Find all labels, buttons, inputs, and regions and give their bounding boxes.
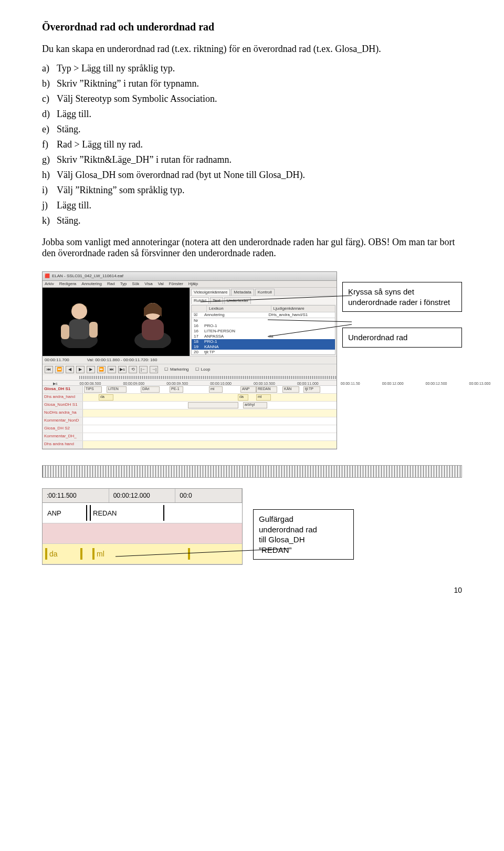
- menu-item[interactable]: Val: [158, 282, 164, 286]
- goto-start-icon[interactable]: |←: [139, 366, 148, 373]
- step-item: d)Lägg till.: [42, 107, 462, 122]
- page-title: Överordnad rad och underordnad rad: [42, 21, 462, 33]
- note-text: Jobba som vanligt med annoteringar (note…: [42, 237, 462, 259]
- track-row[interactable]: Kommentar_DH_: [43, 433, 337, 441]
- callout-kryssa: Kryssa så syns det underordnade rader i …: [342, 282, 462, 312]
- step-item: e)Stäng.: [42, 122, 462, 137]
- list-top-col2: Annotering: [204, 313, 269, 317]
- list-item[interactable]: 17ANPASSAda: [192, 334, 335, 339]
- loop-label: Loop: [201, 367, 211, 372]
- tab[interactable]: Videoigenkännare: [191, 289, 230, 296]
- loop-sel-icon[interactable]: ⟲: [129, 366, 137, 373]
- menu-item[interactable]: Fönster: [169, 282, 183, 286]
- list-item[interactable]: Nr: [192, 318, 335, 323]
- skip-end-icon[interactable]: ⏭: [108, 366, 116, 373]
- forward-icon[interactable]: ⏩: [97, 366, 106, 373]
- video-area: [43, 288, 190, 356]
- svg-rect-1: [69, 319, 90, 339]
- step-item: h)Välj Glosa_DH som överordnad rad (byt …: [42, 167, 462, 183]
- zoom-row-glosa: ANPREDAN: [43, 503, 242, 523]
- list-top-col3: DHs_andra_hand/S1: [269, 313, 333, 317]
- step-item: f)Rad > Lägg till ny rad.: [42, 137, 462, 152]
- svg-rect-2: [61, 324, 69, 339]
- zoom-row-underordnad: daml: [43, 544, 242, 564]
- track-row[interactable]: Glosa_DH S2: [43, 425, 337, 433]
- step-item: i)Välj ”Riktning” som språklig typ.: [42, 183, 462, 198]
- intro-text: Du kan skapa en underordnad rad (t.ex. r…: [42, 44, 462, 55]
- sub-tab[interactable]: Undertexter: [224, 297, 251, 304]
- track-row[interactable]: Dhs andra hand: [43, 441, 337, 449]
- menu-bar[interactable]: ArkivRedigeraAnnoteringRadTypSökVisaValF…: [43, 281, 337, 288]
- zoom-ruler: :00:11.50000:00:12.00000:0: [43, 489, 242, 503]
- timeline-ruler: ▶s 00:00:08.50000:00:09.00000:00:09.5000…: [43, 380, 337, 385]
- goto-end-icon[interactable]: →|: [150, 366, 158, 373]
- skip-start-icon[interactable]: ⏮: [45, 366, 53, 373]
- step-item: k)Stäng.: [42, 213, 462, 228]
- track-row[interactable]: Kommentar_NonD: [43, 417, 337, 425]
- step-item: g)Skriv ”Riktn&Läge_DH” i rutan för radn…: [42, 152, 462, 167]
- track-row[interactable]: Glosa_DH S1TIPSLITENDÄriPE-1miANPREDANKÄ…: [43, 386, 337, 394]
- sub-tab-bar[interactable]: RuträdTextUndertexter: [190, 296, 337, 304]
- list-item[interactable]: 20tjli:TP: [192, 350, 335, 355]
- track-row[interactable]: NoDHs andra_ha: [43, 409, 337, 417]
- tracks[interactable]: Glosa_DH S1TIPSLITENDÄriPE-1miANPREDANKÄ…: [43, 385, 337, 449]
- menu-item[interactable]: Hjälp: [188, 282, 198, 286]
- sub-tab[interactable]: Text: [210, 297, 223, 304]
- menu-item[interactable]: Visa: [144, 282, 152, 286]
- cur-time: 00:00:11.700: [45, 358, 69, 362]
- menu-item[interactable]: Sök: [132, 282, 140, 286]
- sub-tab[interactable]: Ruträd: [191, 297, 209, 304]
- step-item: a)Typ > Lägg till ny språklig typ.: [42, 61, 462, 76]
- app-icon: 🟥: [45, 274, 50, 278]
- step-fwd-icon[interactable]: ▶: [87, 366, 95, 373]
- list-item[interactable]: 18PRO-1: [192, 339, 335, 344]
- annotation-list[interactable]: Lexikon Ljudigenkännare ☒ Annotering DHs…: [191, 305, 335, 355]
- markering-label: Markering: [170, 367, 189, 372]
- track-row[interactable]: Dhs andra_handdadaml: [43, 394, 337, 402]
- svg-rect-6: [142, 319, 164, 340]
- tab[interactable]: Metadata: [231, 289, 254, 296]
- rewind-icon[interactable]: ⏪: [55, 366, 64, 373]
- page-number: 10: [42, 586, 462, 594]
- step-item: c)Välj Stereotyp som Symbolic Associatio…: [42, 91, 462, 107]
- video-person-left: [56, 296, 103, 348]
- sel-time: Val: 00:00:11.860 - 00:00:11.720: 160: [87, 358, 158, 362]
- menu-item[interactable]: Rad: [107, 282, 115, 286]
- sel-play-icon[interactable]: ▶s: [118, 366, 127, 373]
- list-item[interactable]: 16PRO-1: [192, 323, 335, 329]
- menu-item[interactable]: Arkiv: [45, 282, 54, 286]
- callout-underordnad: Underordnad rad: [342, 328, 462, 348]
- col-check: [192, 306, 207, 312]
- list-item[interactable]: 19KÄNNA: [192, 344, 335, 350]
- video-person-right: [129, 296, 176, 348]
- tick-strip: [42, 465, 462, 478]
- player-controls[interactable]: 00:00:11.700 Val: 00:00:11.860 - 00:00:1…: [43, 356, 337, 364]
- callout-gulfargad: Gulfärgad underordnad rad till Glosa_DH …: [253, 509, 354, 560]
- zoom-screenshot: :00:11.50000:00:12.00000:0 ANPREDAN daml: [42, 488, 243, 565]
- menu-item[interactable]: Annotering: [81, 282, 102, 286]
- elan-screenshot: 🟥 ELAN - SSLC01_042_LW_110614.eaf ArkivR…: [42, 271, 337, 449]
- steps-list: a)Typ > Lägg till ny språklig typ.b)Skri…: [42, 61, 462, 228]
- tab[interactable]: Kontroll: [255, 289, 275, 296]
- tab-bar[interactable]: VideoigenkännareMetadataKontroll: [190, 288, 337, 296]
- svg-rect-3: [89, 322, 98, 338]
- col-ljud: Ljudigenkännare: [271, 306, 335, 312]
- step-back-icon[interactable]: ◀: [66, 366, 74, 373]
- menu-item[interactable]: Typ: [120, 282, 127, 286]
- menu-item[interactable]: Redigera: [59, 282, 76, 286]
- step-item: b)Skriv ”Riktning” i rutan för typnamn.: [42, 76, 462, 91]
- window-title: ELAN - SSLC01_042_LW_110614.eaf: [52, 274, 123, 278]
- step-item: j)Lägg till.: [42, 198, 462, 213]
- track-row[interactable]: Glosa_NonDH S1arbhyl: [43, 402, 337, 409]
- col-lexikon: Lexikon: [207, 306, 271, 312]
- play-icon[interactable]: ▶: [76, 366, 85, 373]
- list-item[interactable]: 16LITEN-PERSON: [192, 329, 335, 334]
- zoom-row-empty: [43, 523, 242, 544]
